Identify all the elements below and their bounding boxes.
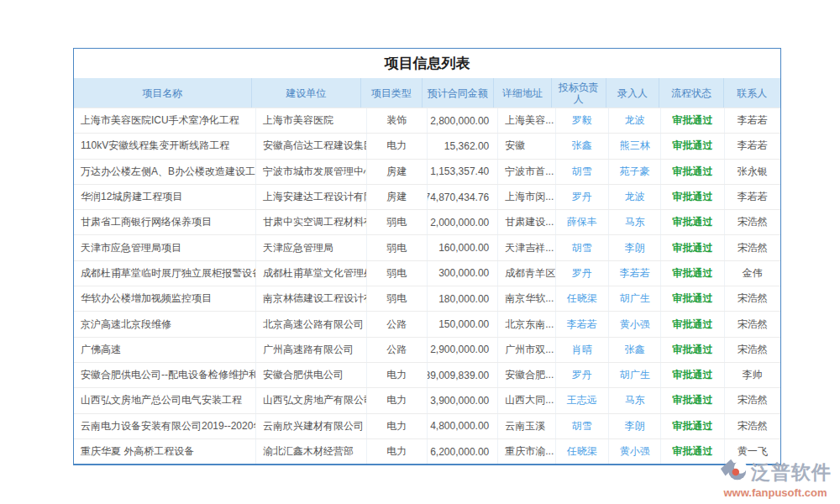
table-row[interactable]: 安徽合肥供电公司--配电设备检修维护和... 安徽合肥供电公司 电力 39,00… bbox=[74, 362, 780, 387]
cell-type: 房建 bbox=[366, 185, 427, 209]
cell-amount: 15,362.00 bbox=[427, 134, 497, 158]
column-header-address: 详细地址 bbox=[493, 78, 551, 108]
cell-bid-manager-link[interactable]: 罗丹 bbox=[555, 185, 608, 209]
cell-entry-person-link[interactable]: 马东 bbox=[608, 388, 660, 412]
brand-url[interactable]: www.fanpusoft.com bbox=[719, 486, 832, 499]
cell-status-badge: 审批通过 bbox=[660, 235, 723, 260]
cell-status-badge: 审批通过 bbox=[660, 261, 723, 286]
cell-bid-manager-link[interactable]: 胡雪 bbox=[555, 235, 608, 260]
cell-unit: 南京林德建设工程设计有... bbox=[255, 286, 366, 311]
cell-entry-person-link[interactable]: 苑子豪 bbox=[608, 160, 660, 184]
cell-type: 弱电 bbox=[366, 210, 427, 234]
table-row[interactable]: 云南电力设备安装有限公司2019--2020年... 云南欣兴建材有限公司 电力… bbox=[74, 413, 780, 438]
cell-type: 装饰 bbox=[366, 108, 427, 133]
cell-entry-person-link[interactable]: 胡广生 bbox=[608, 286, 660, 311]
cell-entry-person-link[interactable]: 李朗 bbox=[608, 235, 660, 260]
column-header-project-name: 项目名称 bbox=[74, 78, 251, 108]
cell-bid-manager-link[interactable]: 张鑫 bbox=[555, 134, 608, 158]
cell-entry-person-link[interactable]: 黄小强 bbox=[608, 312, 660, 336]
cell-project-name: 广佛高速 bbox=[74, 338, 255, 362]
cell-contact: 宋浩然 bbox=[724, 210, 780, 234]
fanpu-logo-icon bbox=[719, 456, 748, 488]
cell-contact: 李帅 bbox=[724, 363, 780, 387]
cell-type: 房建 bbox=[366, 160, 427, 184]
cell-status-badge: 审批通过 bbox=[660, 185, 723, 209]
cell-entry-person-link[interactable]: 胡广生 bbox=[608, 363, 660, 387]
cell-contact: 张永银 bbox=[724, 160, 780, 184]
cell-amount: 2,000,000.00 bbox=[427, 210, 497, 234]
cell-address: 云南玉溪 bbox=[497, 414, 554, 438]
cell-project-name: 云南电力设备安装有限公司2019--2020年... bbox=[74, 414, 255, 438]
table-row[interactable]: 甘肃省工商银行网络保养项目 甘肃中实空调工程材料有... 弱电 2,000,00… bbox=[74, 209, 780, 234]
cell-bid-manager-link[interactable]: 王志远 bbox=[555, 388, 608, 412]
cell-contact: 李若若 bbox=[724, 185, 780, 209]
cell-contact: 宋浩然 bbox=[724, 312, 780, 336]
cell-status-badge: 审批通过 bbox=[660, 160, 723, 184]
table-row[interactable]: 110kV安徽线程集变开断线路工程 安徽高信达工程建设集团... 电力 15,3… bbox=[74, 133, 780, 158]
cell-address: 广州市双... bbox=[497, 338, 554, 362]
cell-type: 电力 bbox=[366, 363, 427, 387]
cell-entry-person-link[interactable]: 李朗 bbox=[608, 414, 660, 438]
cell-bid-manager-link[interactable]: 罗丹 bbox=[555, 363, 608, 387]
cell-contact: 李若若 bbox=[724, 134, 780, 158]
cell-bid-manager-link[interactable]: 肖晴 bbox=[555, 338, 608, 362]
table-row[interactable]: 上海市美容医院ICU手术室净化工程 上海市美容医院 装饰 2,800,000.0… bbox=[74, 108, 780, 133]
table-row[interactable]: 山西弘文房地产总公司电气安装工程 山西弘文房地产有限公司 电力 3,900,00… bbox=[74, 387, 780, 412]
cell-unit: 山西弘文房地产有限公司 bbox=[255, 388, 366, 412]
cell-contact: 金伟 bbox=[724, 261, 780, 286]
cell-entry-person-link[interactable]: 熊三林 bbox=[608, 134, 660, 158]
cell-entry-person-link[interactable]: 马东 bbox=[608, 210, 660, 234]
table-row[interactable]: 天津市应急管理局项目 天津应急管理局 弱电 160,000.00 天津吉祥...… bbox=[74, 234, 780, 260]
cell-entry-person-link[interactable]: 龙波 bbox=[608, 185, 660, 209]
cell-address: 甘肃建设... bbox=[497, 210, 554, 234]
cell-bid-manager-link[interactable]: 薛保丰 bbox=[555, 210, 608, 234]
cell-amount: 300,000.00 bbox=[427, 261, 497, 286]
cell-type: 公路 bbox=[366, 312, 427, 336]
cell-type: 电力 bbox=[366, 134, 427, 158]
cell-entry-person-link[interactable]: 张鑫 bbox=[608, 338, 660, 362]
cell-type: 电力 bbox=[366, 414, 427, 438]
cell-unit: 广州高速路有限公司 bbox=[255, 338, 366, 362]
cell-amount: 2,800,000.00 bbox=[427, 108, 497, 133]
cell-project-name: 110kV安徽线程集变开断线路工程 bbox=[74, 134, 255, 158]
cell-status-badge: 审批通过 bbox=[660, 414, 723, 438]
table-header-row: 项目名称 建设单位 项目类型 预计合同金额 详细地址 投标负责人 录入人 流程状… bbox=[74, 78, 780, 108]
cell-entry-person-link[interactable]: 龙波 bbox=[608, 108, 660, 133]
cell-bid-manager-link[interactable]: 李若若 bbox=[555, 312, 608, 336]
table-row[interactable]: 华润12城房建工程项目 上海安建达工程设计有限... 房建 74,870,434… bbox=[74, 184, 780, 209]
cell-project-name: 华软办公楼增加视频监控项目 bbox=[74, 286, 255, 311]
cell-bid-manager-link[interactable]: 胡雪 bbox=[555, 414, 608, 438]
table-row[interactable]: 广佛高速 广州高速路有限公司 公路 2,900,000.00 广州市双... 肖… bbox=[74, 337, 780, 362]
cell-bid-manager-link[interactable]: 任晓渠 bbox=[555, 439, 608, 464]
cell-type: 电力 bbox=[366, 388, 427, 412]
cell-project-name: 天津市应急管理局项目 bbox=[74, 235, 255, 260]
cell-project-name: 山西弘文房地产总公司电气安装工程 bbox=[74, 388, 255, 412]
table-row[interactable]: 成都杜甫草堂临时展厅独立展柜报警设备... 成都杜甫草堂文化管理处 弱电 300… bbox=[74, 260, 780, 286]
cell-project-name: 万达办公楼左侧A、B办公楼改造建设工程 bbox=[74, 160, 255, 184]
cell-bid-manager-link[interactable]: 任晓渠 bbox=[555, 286, 608, 311]
cell-project-name: 华润12城房建工程项目 bbox=[74, 185, 255, 209]
cell-bid-manager-link[interactable]: 胡雪 bbox=[555, 160, 608, 184]
cell-status-badge: 审批通过 bbox=[660, 210, 723, 234]
cell-bid-manager-link[interactable]: 罗毅 bbox=[555, 108, 608, 133]
cell-project-name: 甘肃省工商银行网络保养项目 bbox=[74, 210, 255, 234]
cell-entry-person-link[interactable]: 李若若 bbox=[608, 261, 660, 286]
cell-address: 天津吉祥... bbox=[497, 235, 554, 260]
cell-unit: 渝北汇鑫木材经营部 bbox=[255, 439, 366, 464]
cell-entry-person-link[interactable]: 黄小强 bbox=[608, 439, 660, 464]
cell-amount: 150,000.00 bbox=[427, 312, 497, 336]
column-header-entry-person: 录入人 bbox=[606, 78, 659, 108]
cell-address: 上海美容... bbox=[497, 108, 554, 133]
cell-status-badge: 审批通过 bbox=[660, 312, 723, 336]
table-row[interactable]: 华软办公楼增加视频监控项目 南京林德建设工程设计有... 弱电 180,000.… bbox=[74, 286, 780, 311]
cell-bid-manager-link[interactable]: 罗丹 bbox=[555, 261, 608, 286]
cell-status-badge: 审批通过 bbox=[660, 439, 723, 464]
table-body: 上海市美容医院ICU手术室净化工程 上海市美容医院 装饰 2,800,000.0… bbox=[74, 108, 780, 464]
table-row[interactable]: 万达办公楼左侧A、B办公楼改造建设工程 宁波市城市发展管理中心 房建 1,153… bbox=[74, 159, 780, 184]
table-row[interactable]: 京沪高速北京段维修 北京高速公路有限公司 公路 150,000.00 北京东南.… bbox=[74, 311, 780, 336]
cell-unit: 成都杜甫草堂文化管理处 bbox=[255, 261, 366, 286]
cell-amount: 74,870,434.76 bbox=[427, 185, 497, 209]
cell-status-badge: 审批通过 bbox=[660, 363, 723, 387]
cell-contact: 宋浩然 bbox=[724, 286, 780, 311]
table-row[interactable]: 重庆华夏 外高桥工程设备 渝北汇鑫木材经营部 电力 6,200,000.00 重… bbox=[74, 438, 780, 464]
